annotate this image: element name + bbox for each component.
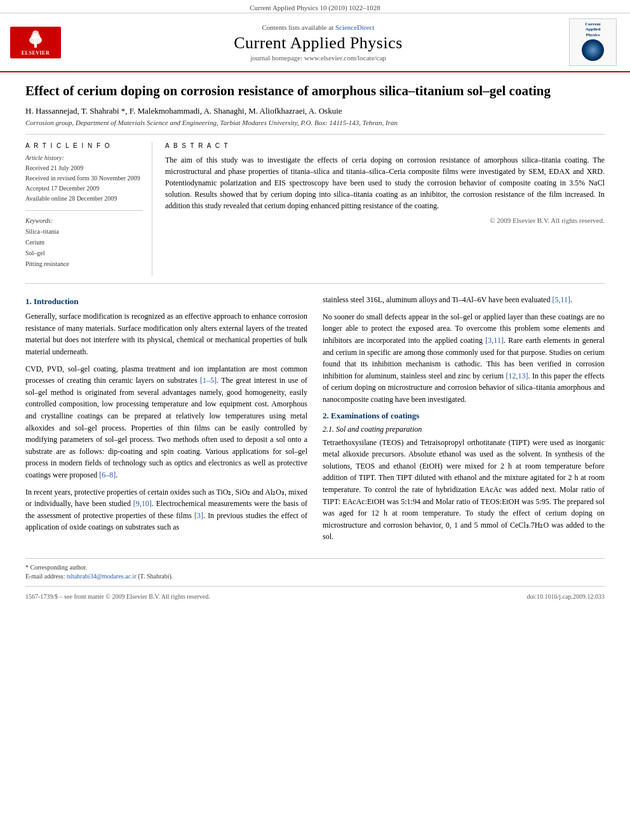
ref-5-11[interactable]: [5,11] [552, 295, 570, 304]
authors-text: H. Hassannejad, T. Shahrabi *, F. Malekm… [25, 106, 342, 116]
elsevier-tree-icon [23, 29, 48, 49]
intro-para3: In recent years, protective properties o… [25, 486, 307, 533]
keyword-2: Cerium [25, 237, 143, 248]
issn-line: 1567-1739/$ – see front matter © 2009 El… [25, 593, 210, 600]
journal-header: ELSEVIER Contents lists available at Sci… [0, 13, 630, 72]
keywords-label: Keywords: [25, 217, 143, 224]
history-label: Article history: [25, 154, 143, 161]
ref-12-13[interactable]: [12,13] [506, 371, 528, 380]
journal-homepage: journal homepage: www.elsevier.com/locat… [67, 54, 569, 62]
ref-3[interactable]: [3] [194, 511, 203, 520]
email-footnote: E-mail address: tshahrabi34@modares.ac.i… [25, 573, 605, 580]
keywords-list: Silica–titania Cerium Sol–gel Pitting re… [25, 226, 143, 269]
section2-heading: 2. Examinations of coatings [323, 411, 605, 421]
right-para3: Tetraethoxysilane (TEOS) and Tetraisopro… [323, 437, 605, 543]
keyword-4: Pitting resistance [25, 258, 143, 269]
journal-center: Contents lists available at ScienceDirec… [67, 23, 569, 62]
ref-1-5[interactable]: [1–5] [200, 376, 217, 385]
right-para2: No sooner do small defects appear in the… [323, 311, 605, 406]
thumb-title: CurrentAppliedPhysics [585, 22, 600, 37]
keyword-3: Sol–gel [25, 248, 143, 258]
email-link[interactable]: tshahrabi34@modares.ac.ir [67, 573, 137, 580]
footer-line: 1567-1739/$ – see front matter © 2009 El… [25, 593, 605, 600]
journal-top-bar: Current Applied Physics 10 (2010) 1022–1… [0, 0, 630, 13]
ref-3-11[interactable]: [3,11] [485, 336, 504, 345]
keywords-group: Keywords: Silica–titania Cerium Sol–gel … [25, 217, 143, 269]
doi-line: doi:10.1016/j.cap.2009.12.033 [527, 593, 605, 600]
elsevier-logo-area: ELSEVIER [10, 27, 67, 58]
elsevier-text: ELSEVIER [22, 50, 50, 56]
svg-point-3 [32, 30, 39, 36]
intro-para1: Generally, surface modification is recog… [25, 310, 307, 357]
keyword-1: Silica–titania [25, 226, 143, 237]
journal-citation: Current Applied Physics 10 (2010) 1022–1… [250, 4, 380, 11]
abstract-label: A B S T R A C T [165, 142, 605, 149]
right-para1: stainless steel 316L, aluminum alloys an… [323, 294, 605, 306]
intro-heading: 1. Introduction [25, 297, 307, 307]
contents-label: Contents lists available at ScienceDirec… [67, 23, 569, 31]
subsection21-heading: 2.1. Sol and coating preparation [323, 425, 605, 434]
journal-thumbnail: CurrentAppliedPhysics [569, 18, 617, 66]
journal-thumbnail-area: CurrentAppliedPhysics [569, 18, 620, 66]
body-right-col: stainless steel 316L, aluminum alloys an… [323, 294, 605, 548]
elsevier-logo: ELSEVIER [10, 27, 61, 58]
article-title: Effect of cerium doping on corrosion res… [25, 83, 605, 100]
article-footer: * Corresponding author. E-mail address: … [25, 558, 605, 600]
date-received: Received 21 July 2009 Received in revise… [25, 163, 143, 204]
info-abstract-section: A R T I C L E I N F O Article history: R… [25, 142, 605, 284]
abstract-text: The aim of this study was to investigate… [165, 154, 605, 211]
corresponding-author-note: * Corresponding author. [25, 564, 605, 571]
sciencedirect-link[interactable]: ScienceDirect [335, 23, 375, 31]
article-info-label: A R T I C L E I N F O [25, 142, 143, 149]
body-left-col: 1. Introduction Generally, surface modif… [25, 294, 307, 548]
thumb-globe-icon [582, 39, 604, 61]
article-info-col: A R T I C L E I N F O Article history: R… [25, 142, 152, 276]
page-wrapper: Current Applied Physics 10 (2010) 1022–1… [0, 0, 630, 840]
abstract-col: A B S T R A C T The aim of this study wa… [165, 142, 605, 276]
copyright-line: © 2009 Elsevier B.V. All rights reserved… [165, 217, 605, 224]
body-two-col: 1. Introduction Generally, surface modif… [25, 294, 605, 548]
article-history: Article history: Received 21 July 2009 R… [25, 154, 143, 204]
journal-name: Current Applied Physics [67, 34, 569, 53]
ref-6-8[interactable]: [6–8] [99, 470, 116, 479]
affiliation: Corrosion group, Department of Materials… [25, 119, 605, 135]
main-content: Effect of cerium doping on corrosion res… [0, 72, 630, 613]
intro-para2: CVD, PVD, sol–gel coating, plasma treatm… [25, 363, 307, 481]
ref-9-10[interactable]: [9,10] [133, 499, 152, 508]
authors: H. Hassannejad, T. Shahrabi *, F. Malekm… [25, 106, 605, 116]
